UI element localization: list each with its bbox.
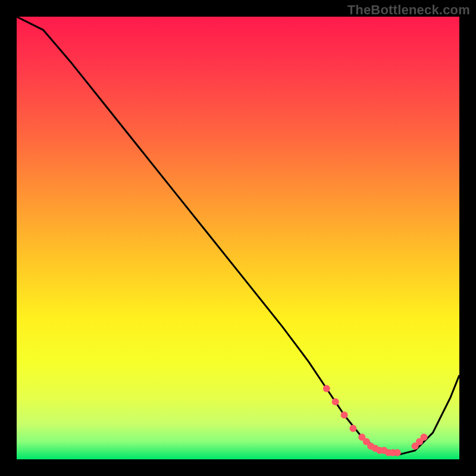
gradient-background [17,17,459,459]
data-marker [394,449,401,456]
chart-frame: TheBottleneck.com [0,0,476,476]
data-marker [341,412,348,419]
data-marker [332,398,339,405]
plot-area [17,17,459,459]
watermark-text: TheBottleneck.com [347,2,470,18]
plot-outer [17,17,459,459]
data-marker [349,425,356,432]
data-marker [323,385,330,392]
chart-svg [17,17,459,459]
data-marker [421,434,428,441]
